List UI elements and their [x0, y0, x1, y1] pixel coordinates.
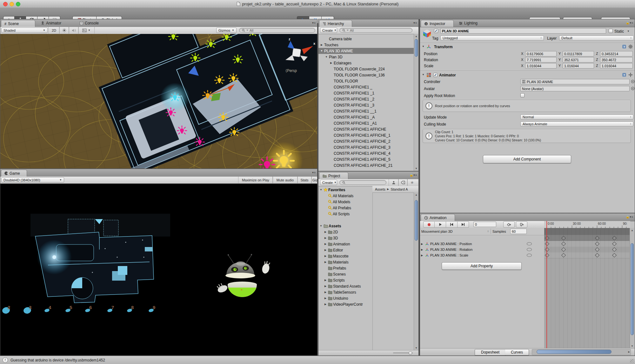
project-folder-item[interactable]: ▶Materials — [318, 259, 372, 265]
favorites-star-button[interactable]: ★ — [407, 179, 417, 186]
tab-animation[interactable]: Animation — [421, 214, 455, 221]
hierarchy-item[interactable]: ▶Eclairages — [318, 60, 414, 66]
maximize-on-play-button[interactable]: Maximize on Play — [238, 177, 273, 183]
transform-value-field[interactable]: 0.6179606 — [525, 51, 557, 56]
scroll-up-icon[interactable]: ▲ — [414, 35, 418, 38]
static-dropdown-icon[interactable]: ▼ — [627, 30, 630, 33]
hierarchy-item[interactable]: CONSTR AFFICHE1 AFFICHE_2 — [318, 138, 414, 144]
hierarchy-item[interactable]: CONSTR AFFICHE1 AFFICHE_21 — [318, 162, 414, 168]
animation-hscrollbar[interactable]: ◀ ▶ — [532, 349, 631, 355]
add-component-button[interactable]: Add Component — [483, 155, 571, 163]
summary-keyframe-row[interactable] — [544, 235, 630, 241]
breadcrumb-assets[interactable]: Assets — [375, 187, 385, 191]
hierarchy-item[interactable]: TOOL FLOOR Couvercle_136 — [318, 72, 414, 78]
tab-project[interactable]: Project — [319, 172, 348, 179]
tab-inspector[interactable]: i Inspector — [421, 20, 454, 27]
transform-value-field[interactable]: 1.016044 — [563, 63, 594, 68]
scene-gizmos-dropdown[interactable]: Gizmos▼ — [216, 28, 237, 33]
project-folder-item[interactable]: Scenes — [318, 271, 372, 277]
keyframe-diamond[interactable] — [612, 242, 617, 246]
help-icon[interactable]: ? — [622, 73, 626, 77]
status-bar[interactable]: ! Guessing that arduino is device /dev/t… — [0, 356, 635, 364]
hierarchy-item[interactable]: CONSTR AFFICHE1 _A1 — [318, 120, 414, 126]
hierarchy-item[interactable]: CONSTR AFFICHE1 AFFICHE_4 — [318, 150, 414, 156]
keyframe-diamond[interactable] — [595, 253, 599, 257]
search-by-type-button[interactable] — [389, 179, 399, 186]
hierarchy-create-dropdown[interactable]: Create▼ — [320, 28, 337, 33]
panel-menu-icon[interactable]: 🔒▾≡ — [410, 173, 417, 177]
clip-dropdown[interactable]: Mouvement plan 3D↕ — [421, 229, 491, 234]
hierarchy-item[interactable]: ▼Plan 3D — [318, 54, 414, 60]
timeline-ruler[interactable]: 0:0030:0060:0090: — [544, 221, 630, 228]
breadcrumb-folder[interactable]: Standard A — [391, 187, 408, 191]
add-property-button[interactable]: Add Property — [442, 262, 522, 270]
animation-timeline[interactable]: 0:0030:0060:0090: — [544, 221, 630, 349]
project-create-dropdown[interactable]: Create▼ — [320, 180, 337, 185]
next-key-button[interactable] — [458, 221, 469, 228]
scroll-down-icon[interactable]: ▼ — [414, 167, 418, 170]
track-value-toggle[interactable] — [527, 242, 532, 245]
animation-vscrollbar[interactable]: ▲ ▼ — [630, 228, 634, 348]
slider-knob[interactable] — [409, 351, 412, 355]
tag-dropdown[interactable]: Untagged↕ — [440, 36, 544, 41]
panel-menu-icon[interactable]: ▾≡ — [312, 21, 316, 24]
hierarchy-item[interactable]: CONSTR AFFICHE1 _1 — [318, 90, 414, 96]
stats-button[interactable]: Stats — [297, 177, 312, 183]
toggle-2d-button[interactable]: 2D — [48, 27, 60, 34]
keyframe-diamond[interactable] — [595, 236, 599, 240]
hierarchy-scrollbar[interactable]: ▲ ▼ — [414, 34, 418, 171]
project-folder-item[interactable]: ▶Mascotte — [318, 253, 372, 259]
keyframe-diamond[interactable] — [595, 247, 599, 252]
persp-label[interactable]: ⟨Persp — [285, 68, 297, 73]
scene-viewport[interactable]: z x ⟨Persp — [0, 34, 317, 168]
hierarchy-search-input[interactable]: ▼ All — [339, 28, 412, 33]
static-checkbox[interactable] — [609, 29, 613, 33]
avatar-field[interactable]: None (Avatar) — [520, 86, 630, 91]
hierarchy-item[interactable]: Camera table — [318, 36, 414, 42]
tab-console[interactable]: Console — [80, 19, 99, 27]
tab-scene[interactable]: # Scene — [1, 20, 35, 27]
record-button[interactable] — [423, 221, 435, 228]
project-folder-item[interactable]: ▶3D — [318, 235, 372, 241]
add-keyframe-button[interactable] — [503, 221, 515, 228]
active-checkbox[interactable]: ✓ — [434, 29, 438, 33]
search-by-label-button[interactable] — [398, 179, 408, 186]
keyframe-row[interactable] — [544, 252, 630, 258]
hierarchy-item[interactable]: CONSTR AFFICHE1 _3 — [318, 102, 414, 108]
samples-field[interactable]: 60 — [510, 229, 527, 234]
transform-value-field[interactable]: 350.4672 — [600, 57, 633, 62]
hierarchy-item[interactable]: ▶Touches — [318, 42, 414, 48]
keyframe-diamond[interactable] — [595, 242, 599, 246]
transform-foldout-icon[interactable]: ▼ — [421, 45, 425, 48]
transform-value-field[interactable]: 0.3453214 — [600, 51, 633, 56]
gear-icon[interactable] — [628, 73, 633, 77]
project-folder-item[interactable]: ▶Scripts — [318, 277, 372, 283]
scrollbar-thumb[interactable] — [537, 350, 612, 354]
project-folder-item[interactable]: ▶TableSensors — [318, 289, 372, 295]
object-name-field[interactable]: PLAN 3D ANIME — [440, 28, 606, 34]
keyframe-diamond[interactable] — [545, 242, 549, 246]
keyframe-diamond[interactable] — [561, 247, 566, 252]
keyframe-rows[interactable] — [544, 241, 630, 258]
hierarchy-item[interactable]: ▼PLAN 3D ANIME — [318, 48, 414, 54]
project-assets-header[interactable]: ▼Assets — [318, 223, 372, 229]
game-resolution-dropdown[interactable]: DoubleHD (3840x1080)▼ — [1, 177, 64, 183]
controller-field[interactable]: PLAN 3D ANIME — [520, 79, 630, 84]
tab-game[interactable]: Game — [1, 170, 27, 177]
gear-icon[interactable] — [628, 44, 633, 49]
prev-key-button[interactable] — [446, 221, 458, 228]
keyframe-diamond[interactable] — [612, 253, 617, 257]
project-folder-item[interactable]: ▶Animation — [318, 241, 372, 247]
layer-dropdown[interactable]: Default↕ — [559, 36, 634, 41]
scroll-up-icon[interactable]: ▲ — [414, 193, 418, 196]
animator-enabled-checkbox[interactable]: ✓ — [433, 73, 438, 77]
tab-animator[interactable]: Animator — [41, 19, 61, 27]
game-viewport[interactable]: 23456789 — [0, 184, 317, 355]
project-folder-item[interactable]: ▶2D — [318, 229, 372, 235]
tab-lighting[interactable]: Lighting — [459, 19, 478, 27]
mute-audio-button[interactable]: Mute audio — [272, 177, 298, 183]
animation-track-label[interactable]: ▶PLAN 3D ANIME : Rotation — [420, 247, 544, 252]
panel-menu-icon[interactable]: 🔒▾≡ — [626, 215, 633, 218]
keyframe-diamond[interactable] — [545, 247, 549, 252]
curves-button[interactable]: Curves — [505, 349, 529, 355]
